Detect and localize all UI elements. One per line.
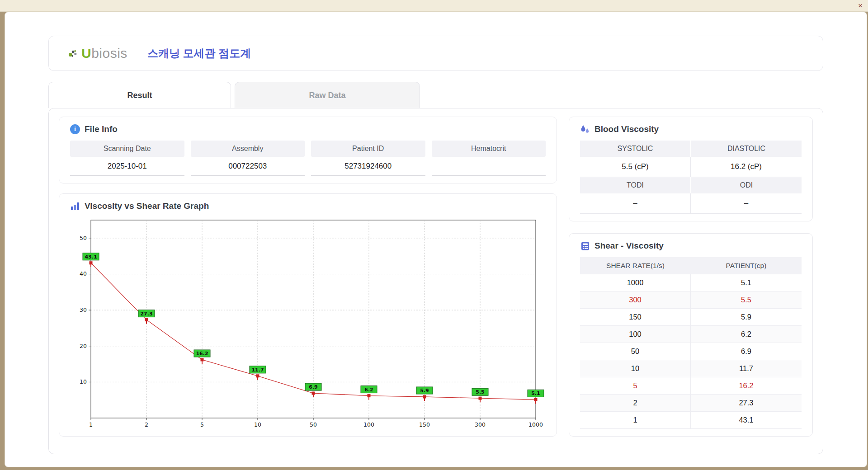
- file-info-field-scanning-date: Scanning Date2025-10-01: [70, 141, 184, 176]
- shear-viscosity-card: Shear - Viscosity SHEAR RATE(1/s)PATIENT…: [569, 233, 813, 437]
- table-row: 3005.5: [580, 291, 802, 309]
- shear-rate-value: 5: [580, 377, 691, 394]
- shear-rate-value: 150: [580, 309, 691, 325]
- patient-viscosity-value: 11.7: [691, 360, 802, 377]
- info-icon: i: [70, 124, 80, 134]
- shear-viscosity-title-text: Shear - Viscosity: [594, 241, 664, 251]
- table-row: 227.3: [580, 395, 802, 412]
- viscosity-chart: 10203040501251050100150300100043.127.316…: [70, 217, 547, 429]
- graph-title: Viscosity vs Shear Rate Graph: [70, 201, 546, 211]
- file-info-field-patient-id: Patient ID52731924600: [311, 141, 425, 176]
- calculator-icon: [580, 241, 590, 251]
- field-label-patient-id: Patient ID: [311, 141, 425, 157]
- shear-viscosity-table: SHEAR RATE(1/s)PATIENT(cp)10005.13005.51…: [580, 257, 802, 429]
- patient-viscosity-value: 5.9: [691, 309, 802, 325]
- svg-text:43.1: 43.1: [85, 254, 97, 260]
- bar-chart-icon: [70, 201, 80, 211]
- shear-rate-value: 100: [580, 326, 691, 343]
- blood-viscosity-title: Blood Viscosity: [580, 124, 802, 134]
- patient-viscosity-value: 5.5: [691, 291, 802, 308]
- table-row: 516.2: [580, 377, 802, 395]
- field-label-scanning-date: Scanning Date: [70, 141, 184, 157]
- tab-bar: ResultRaw Data: [48, 82, 823, 108]
- field-value-hematocrit: [432, 157, 546, 176]
- svg-text:1: 1: [89, 421, 93, 428]
- shear-rate-value: 1: [580, 412, 691, 428]
- shear-rate-value: 1000: [580, 274, 691, 291]
- tab-result[interactable]: Result: [48, 82, 231, 108]
- svg-text:5.5: 5.5: [476, 389, 485, 395]
- logo-dots-icon: [68, 48, 78, 58]
- main-panel: Ubiosis 스캐닝 모세관 점도계 ResultRaw Data i Fil…: [5, 12, 867, 467]
- svg-text:50: 50: [310, 421, 317, 428]
- tab-raw-data[interactable]: Raw Data: [235, 82, 420, 108]
- svg-text:150: 150: [419, 421, 430, 428]
- file-info-fields: Scanning Date2025-10-01Assembly000722503…: [70, 141, 546, 176]
- file-info-title-text: File Info: [85, 124, 118, 134]
- svg-text:5.1: 5.1: [531, 390, 540, 396]
- right-column: Blood Viscosity SYSTOLICDIASTOLIC5.5 (cP…: [569, 117, 813, 446]
- file-info-card: i File Info Scanning Date2025-10-01Assem…: [59, 117, 557, 183]
- bv-header-diastolic: DIASTOLIC: [691, 141, 802, 157]
- field-value-patient-id: 52731924600: [311, 157, 425, 176]
- patient-viscosity-value: 6.2: [691, 326, 802, 343]
- svg-text:50: 50: [80, 235, 87, 241]
- svg-text:2: 2: [145, 421, 148, 428]
- window-titlebar: ×: [0, 0, 868, 12]
- bv-value-row: ––: [580, 193, 802, 214]
- graph-card: Viscosity vs Shear Rate Graph 1020304050…: [59, 193, 557, 437]
- table-row: 1505.9: [580, 309, 802, 326]
- graph-title-text: Viscosity vs Shear Rate Graph: [85, 201, 209, 211]
- bv-header-todi: TODI: [580, 177, 690, 193]
- blood-viscosity-grid: SYSTOLICDIASTOLIC5.5 (cP)16.2 (cP)TODIOD…: [580, 141, 802, 214]
- table-row: 10005.1: [580, 274, 802, 291]
- file-info-field-hematocrit: Hematocrit: [432, 141, 546, 176]
- app-header: Ubiosis 스캐닝 모세관 점도계: [48, 36, 823, 71]
- svg-text:6.9: 6.9: [309, 384, 318, 390]
- shear-rate-value: 50: [580, 343, 691, 360]
- svg-text:300: 300: [475, 421, 486, 428]
- patient-viscosity-value: 43.1: [691, 412, 802, 428]
- shear-column-header: SHEAR RATE(1/s): [580, 257, 691, 274]
- svg-text:10: 10: [80, 378, 87, 385]
- shear-rate-value: 300: [580, 291, 691, 308]
- content-container: i File Info Scanning Date2025-10-01Assem…: [48, 108, 823, 454]
- app-title: 스캐닝 모세관 점도계: [147, 46, 251, 61]
- table-row: 143.1: [580, 412, 802, 429]
- shear-rate-value: 10: [580, 360, 691, 377]
- svg-text:30: 30: [80, 306, 87, 313]
- svg-text:27.3: 27.3: [140, 311, 152, 317]
- table-row: 506.9: [580, 343, 802, 360]
- field-value-scanning-date: 2025-10-01: [70, 157, 184, 176]
- droplets-icon: [580, 124, 590, 134]
- bv-header-row: SYSTOLICDIASTOLIC: [580, 141, 802, 157]
- bv-value-row: 5.5 (cP)16.2 (cP): [580, 157, 802, 177]
- shear-column-header: PATIENT(cp): [691, 257, 802, 274]
- bv-header-row: TODIODI: [580, 177, 802, 193]
- field-label-assembly: Assembly: [191, 141, 305, 157]
- svg-text:11.7: 11.7: [251, 367, 264, 373]
- svg-text:5.9: 5.9: [420, 388, 429, 394]
- file-info-title: i File Info: [70, 124, 546, 134]
- bv-header-odi: ODI: [691, 177, 802, 193]
- patient-viscosity-value: 27.3: [691, 395, 802, 411]
- ubiosis-logo: Ubiosis: [68, 46, 127, 61]
- bv-value-todi: –: [580, 193, 691, 213]
- blood-viscosity-card: Blood Viscosity SYSTOLICDIASTOLIC5.5 (cP…: [569, 117, 813, 221]
- content-wrapper: Ubiosis 스캐닝 모세관 점도계 ResultRaw Data i Fil…: [48, 12, 823, 454]
- table-row: 1011.7: [580, 360, 802, 377]
- patient-viscosity-value: 6.9: [691, 343, 802, 360]
- bv-value-systolic: 5.5 (cP): [580, 157, 691, 177]
- file-info-field-assembly: Assembly000722503: [191, 141, 305, 176]
- svg-text:40: 40: [80, 270, 87, 277]
- svg-text:10: 10: [254, 421, 261, 428]
- close-icon[interactable]: ×: [858, 1, 863, 10]
- patient-viscosity-value: 16.2: [691, 377, 802, 394]
- bv-value-diastolic: 16.2 (cP): [691, 157, 802, 177]
- svg-text:100: 100: [363, 421, 374, 428]
- table-row: 1006.2: [580, 326, 802, 343]
- svg-text:5: 5: [200, 421, 204, 428]
- bv-value-odi: –: [691, 193, 802, 213]
- bv-header-systolic: SYSTOLIC: [580, 141, 690, 157]
- field-value-assembly: 000722503: [191, 157, 305, 176]
